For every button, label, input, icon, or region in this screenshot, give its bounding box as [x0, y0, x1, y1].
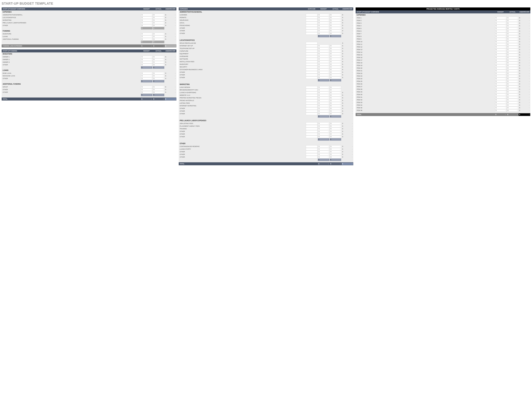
date-input[interactable]: [306, 94, 318, 96]
money-cell[interactable]: $-: [507, 91, 518, 93]
money-cell[interactable]: $-: [507, 59, 518, 62]
money-cell[interactable]: $-: [495, 80, 506, 83]
money-cell[interactable]: $-: [330, 52, 341, 55]
money-cell[interactable]: $-: [318, 122, 329, 125]
date-input[interactable]: [306, 86, 318, 89]
money-cell[interactable]: $-: [507, 19, 518, 22]
money-cell[interactable]: $-: [318, 22, 329, 24]
money-cell[interactable]: $-: [318, 66, 329, 68]
money-cell[interactable]: $-: [507, 101, 518, 104]
money-cell[interactable]: $-: [495, 64, 506, 67]
money-cell[interactable]: $-: [330, 102, 341, 105]
money-cell[interactable]: $-: [507, 88, 518, 91]
date-input[interactable]: [306, 105, 318, 107]
money-cell[interactable]: $-: [330, 66, 341, 68]
money-cell[interactable]: $-: [330, 133, 341, 135]
money-cell[interactable]: $-: [141, 88, 152, 91]
money-cell[interactable]: $-: [330, 61, 341, 63]
money-cell[interactable]: $-: [318, 14, 329, 16]
money-cell[interactable]: $-: [507, 46, 518, 48]
money-cell[interactable]: $-: [330, 113, 341, 115]
date-input[interactable]: [306, 63, 318, 65]
money-cell[interactable]: $-: [330, 79, 341, 81]
money-cell[interactable]: $-: [330, 50, 341, 52]
money-cell[interactable]: $-: [318, 148, 329, 150]
money-cell[interactable]: $-: [495, 72, 506, 75]
date-input[interactable]: [306, 16, 318, 19]
money-cell[interactable]: $-: [330, 128, 341, 130]
money-cell[interactable]: $-: [330, 19, 341, 22]
money-cell[interactable]: $-: [507, 27, 518, 30]
date-input[interactable]: [306, 66, 318, 68]
money-cell[interactable]: $-: [495, 33, 506, 35]
money-cell[interactable]: $-: [153, 64, 164, 66]
money-cell[interactable]: $-: [330, 47, 341, 50]
date-input[interactable]: [306, 24, 318, 27]
date-input[interactable]: [306, 42, 318, 44]
money-cell[interactable]: $-: [330, 94, 341, 96]
money-cell[interactable]: $-: [330, 45, 341, 47]
date-input[interactable]: [306, 97, 318, 99]
money-cell[interactable]: $-: [330, 58, 341, 60]
money-cell[interactable]: $-: [495, 109, 506, 112]
money-cell[interactable]: $-: [330, 125, 341, 127]
money-cell[interactable]: $-: [330, 86, 341, 89]
money-cell[interactable]: $-: [318, 24, 329, 27]
date-input[interactable]: [306, 76, 318, 79]
date-input[interactable]: [306, 52, 318, 55]
money-cell[interactable]: $-: [318, 97, 329, 99]
money-cell[interactable]: $-: [507, 85, 518, 88]
money-cell[interactable]: $-: [330, 22, 341, 24]
money-cell[interactable]: $-: [507, 104, 518, 106]
money-cell[interactable]: $-: [153, 91, 164, 93]
money-cell[interactable]: $-: [330, 153, 341, 156]
money-cell[interactable]: $-: [141, 77, 152, 80]
money-cell[interactable]: $-: [507, 33, 518, 35]
money-cell[interactable]: $-: [495, 91, 506, 93]
money-cell[interactable]: $-: [330, 156, 341, 158]
money-cell[interactable]: $-: [153, 58, 164, 61]
date-input[interactable]: [306, 74, 318, 76]
money-cell[interactable]: $-: [495, 35, 506, 38]
money-cell[interactable]: $-: [330, 68, 341, 71]
money-cell[interactable]: $-: [153, 22, 164, 24]
money-cell[interactable]: $-: [141, 16, 152, 19]
money-cell[interactable]: $-: [318, 71, 329, 74]
money-cell[interactable]: $-: [153, 72, 164, 75]
money-cell[interactable]: $-: [318, 79, 329, 81]
money-cell[interactable]: $-: [318, 128, 329, 130]
money-cell[interactable]: $-: [495, 99, 506, 101]
money-cell[interactable]: $-: [153, 88, 164, 91]
money-cell[interactable]: $-: [153, 35, 164, 38]
money-cell[interactable]: $-: [507, 35, 518, 38]
date-input[interactable]: [306, 102, 318, 105]
money-cell[interactable]: $-: [318, 68, 329, 71]
money-cell[interactable]: $-: [153, 77, 164, 80]
date-input[interactable]: [306, 68, 318, 71]
money-cell[interactable]: $-: [318, 133, 329, 135]
date-input[interactable]: [306, 61, 318, 63]
money-cell[interactable]: $-: [153, 75, 164, 77]
money-cell[interactable]: $-: [318, 102, 329, 105]
money-cell[interactable]: $-: [495, 27, 506, 30]
money-cell[interactable]: $-: [330, 63, 341, 65]
money-cell[interactable]: $-: [330, 145, 341, 148]
money-cell[interactable]: $-: [495, 85, 506, 88]
money-cell[interactable]: $-: [507, 80, 518, 83]
money-cell[interactable]: $-: [330, 55, 341, 58]
money-cell[interactable]: $-: [507, 67, 518, 69]
money-cell[interactable]: $-: [141, 35, 152, 38]
date-input[interactable]: [306, 30, 318, 32]
money-cell[interactable]: $-: [330, 105, 341, 107]
money-cell[interactable]: $-: [153, 24, 164, 27]
money-cell[interactable]: $-: [495, 25, 506, 27]
money-cell[interactable]: $-: [495, 75, 506, 77]
money-cell[interactable]: $-: [495, 30, 506, 32]
money-cell[interactable]: $-: [507, 56, 518, 59]
money-cell[interactable]: $-: [141, 24, 152, 27]
money-cell[interactable]: $-: [507, 25, 518, 27]
money-cell[interactable]: $-: [330, 97, 341, 99]
money-cell[interactable]: $-: [495, 54, 506, 56]
money-cell[interactable]: $-: [507, 54, 518, 56]
money-cell[interactable]: $-: [330, 24, 341, 27]
